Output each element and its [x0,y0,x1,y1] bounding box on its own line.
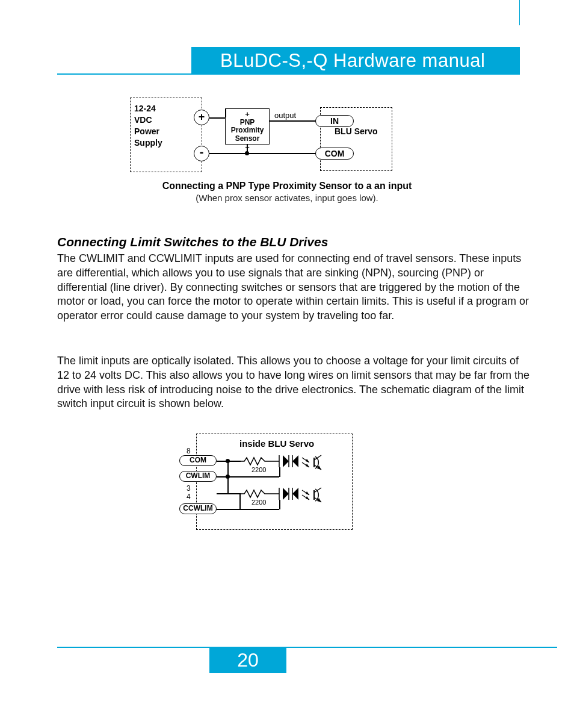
junction-dot [245,151,249,155]
caption-line2: (When prox sensor activates, input goes … [0,193,574,203]
wire [217,493,241,494]
wire [239,476,279,478]
output-label: output [274,111,296,120]
sensor-l3: Sensor [226,135,269,143]
pin-3: 3 [187,484,191,493]
pin-4: 4 [187,493,191,501]
svg-marker-18 [292,488,298,500]
page-number: 20 [209,648,286,673]
cwlim-pin: CWLIM [179,471,217,482]
in-terminal: IN [315,115,354,127]
svg-marker-9 [306,464,309,467]
servo-label: BLU Servo [335,126,378,136]
optoisolator-icon [271,484,343,507]
plus-terminal: + [194,110,209,125]
com-terminal: COM [315,148,354,160]
ps-label-1: 12-24 [134,103,198,114]
com-pin: COM [179,455,217,466]
svg-marker-23 [306,496,309,500]
wire [270,120,318,122]
optoisolator-icon [271,452,343,474]
svg-marker-4 [292,455,298,467]
sensor-plus: + [226,110,269,119]
sensor-box: + PNP Proximity Sensor – [225,108,270,145]
sensor-l2: Proximity [226,126,269,134]
wire [239,509,279,510]
footer-rule [57,647,557,648]
ps-label-4: Supply [134,137,198,149]
svg-marker-2 [283,455,289,467]
wire [209,153,247,154]
header: BLuDC-S,-Q Hardware manual [0,47,574,75]
resistor-1-label: 2200 [252,466,266,473]
svg-marker-21 [306,491,309,495]
diagram-pnp-sensor: 12-24 VDC Power Supply + - + PNP Proximi… [130,95,395,179]
wire [279,467,280,477]
power-supply-box: 12-24 VDC Power Supply [130,98,202,172]
ps-label-3: Power [134,126,198,137]
ps-label-2: VDC [134,114,198,126]
wire [247,153,318,154]
paragraph-1: The CWLIMIT and CCWLIMIT inputs are used… [57,252,532,323]
resistor-icon [241,456,271,466]
sensor-minus: – [226,143,269,151]
ccwlim-pin: CCWLIM [179,503,217,514]
diagram1-caption: Connecting a PNP Type Proximity Sensor t… [0,181,574,203]
wire [279,500,280,509]
top-vline [519,0,520,25]
wire [217,509,241,510]
section-heading: Connecting Limit Switches to the BLU Dri… [57,235,328,249]
svg-marker-16 [283,488,289,500]
junction-dot [226,459,230,463]
resistor-2-label: 2200 [252,499,266,506]
page-title: BLuDC-S,-Q Hardware manual [191,47,520,75]
pin-8: 8 [187,447,191,455]
caption-line1: Connecting a PNP Type Proximity Sensor t… [0,181,574,191]
paragraph-2: The limit inputs are optically isolated.… [57,354,532,411]
inside-label: inside BLU Servo [239,438,314,449]
resistor-icon [241,489,271,499]
junction-dot [226,474,230,479]
minus-terminal: - [194,146,209,161]
wire [209,117,225,119]
diagram-limit-schematic: inside BLU Servo 8 COM CWLIM 3 4 CCWLIM … [174,434,361,536]
svg-marker-7 [306,459,309,462]
